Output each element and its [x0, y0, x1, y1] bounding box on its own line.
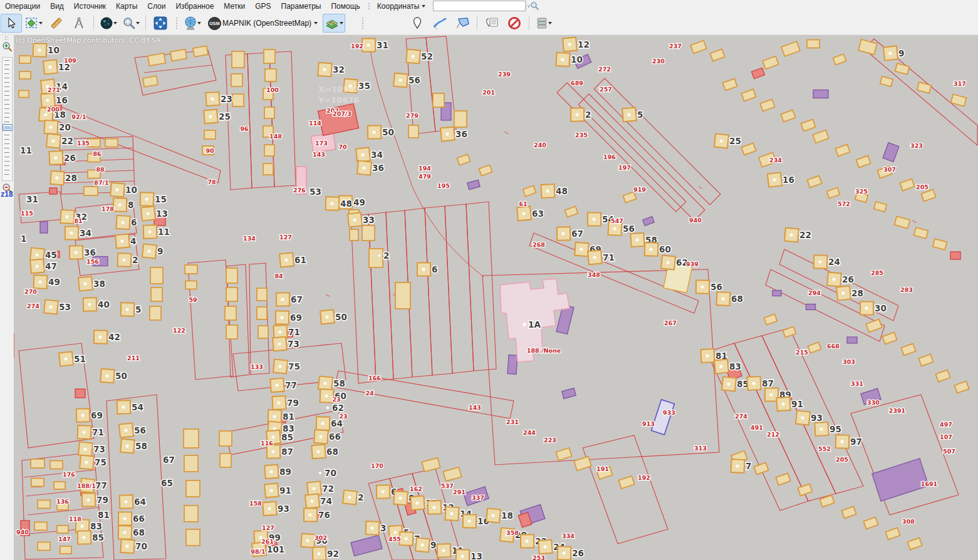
svg-text:53: 53 — [59, 302, 71, 312]
svg-text:9: 9 — [157, 246, 163, 256]
cache-storage-button[interactable] — [533, 14, 554, 33]
globe-source-button[interactable] — [182, 14, 203, 33]
svg-text:75: 75 — [95, 457, 107, 467]
hide-marks-button[interactable] — [504, 14, 525, 33]
svg-text:93: 93 — [278, 504, 289, 514]
svg-text:96: 96 — [240, 125, 249, 132]
svg-text:65: 65 — [161, 478, 173, 488]
svg-text:6: 6 — [432, 264, 437, 274]
chevron-down-icon — [113, 22, 117, 24]
placemark-manager-button[interactable] — [481, 14, 502, 33]
layers-selector[interactable] — [323, 14, 345, 33]
menu-item-7[interactable]: Метки — [219, 1, 250, 12]
menu-item-2[interactable]: Вид — [45, 1, 69, 12]
menu-item-1[interactable]: Операции — [0, 1, 45, 12]
svg-text:26: 26 — [572, 548, 584, 558]
search-input[interactable] — [434, 1, 526, 11]
svg-text:11: 11 — [20, 145, 32, 155]
svg-text:91: 91 — [791, 399, 803, 409]
svg-text:323: 323 — [910, 142, 923, 149]
menu-item-8[interactable]: GPS — [250, 1, 276, 12]
coordinates-dropdown[interactable]: Координаты — [373, 1, 430, 12]
svg-text:276: 276 — [293, 187, 306, 194]
svg-text:81: 81 — [74, 217, 82, 224]
svg-text:940: 940 — [689, 217, 702, 224]
svg-text:479: 479 — [419, 173, 431, 180]
svg-text:28: 28 — [851, 288, 863, 298]
menu-item-10[interactable]: Помощь — [326, 1, 365, 12]
chevron-down-icon — [340, 22, 343, 24]
svg-text:24: 24 — [365, 390, 374, 397]
svg-text:134: 134 — [243, 235, 256, 242]
map-canvas[interactable]: 1012141618202226281131132343638108642151… — [14, 34, 978, 560]
menu-item-5[interactable]: Слои — [142, 1, 170, 12]
rect-selection-tool[interactable] — [23, 14, 44, 33]
svg-text:48: 48 — [340, 199, 352, 209]
zoom-slider-ticks — [4, 60, 9, 178]
svg-text:200: 200 — [47, 106, 60, 113]
svg-text:16: 16 — [56, 95, 68, 105]
pan-cursor-tool[interactable] — [1, 14, 22, 33]
menu-item-6[interactable]: Избранное — [170, 1, 219, 12]
zoom-slider-handle[interactable] — [3, 124, 13, 131]
svg-text:71: 71 — [92, 427, 104, 437]
svg-text:50: 50 — [335, 312, 347, 322]
svg-text:50: 50 — [115, 371, 127, 381]
distance-calc-tool[interactable] — [68, 14, 90, 33]
svg-text:118: 118 — [69, 516, 81, 522]
svg-text:100: 100 — [266, 86, 279, 93]
svg-text:7: 7 — [746, 461, 751, 471]
svg-text:268: 268 — [533, 241, 545, 248]
svg-text:205: 205 — [836, 456, 848, 463]
svg-text:31: 31 — [377, 40, 388, 50]
svg-text:176: 176 — [63, 471, 75, 478]
svg-text:261: 261 — [261, 538, 274, 545]
svg-text:70: 70 — [135, 541, 147, 551]
toolbar: OSM MAPNIK (OpenStreetMap) — [0, 12, 978, 35]
svg-text:64: 64 — [331, 418, 343, 428]
svg-text:79: 79 — [287, 398, 299, 408]
menu-item-3[interactable]: Источник — [69, 1, 111, 12]
night-globe-icon — [100, 16, 113, 30]
svg-text:552: 552 — [818, 445, 831, 452]
svg-text:109: 109 — [64, 57, 76, 64]
svg-text:270: 270 — [24, 288, 37, 295]
zoom-tool[interactable] — [120, 14, 142, 33]
svg-text:95: 95 — [830, 424, 841, 434]
svg-text:13: 13 — [471, 551, 482, 560]
add-placemark-button[interactable] — [407, 14, 428, 33]
toolbar-separator — [477, 16, 477, 31]
svg-text:497: 497 — [940, 421, 952, 428]
zoom-slider[interactable] — [2, 57, 13, 181]
svg-text:244: 244 — [523, 429, 536, 436]
svg-text:56: 56 — [134, 425, 146, 435]
dark-globe-tool[interactable] — [98, 14, 119, 33]
coordinate-search-combo[interactable]: ˅ — [433, 1, 526, 11]
svg-text:69: 69 — [91, 410, 103, 420]
toolbar-separator — [93, 16, 94, 31]
svg-text:9: 9 — [430, 540, 436, 550]
svg-text:162: 162 — [410, 485, 422, 492]
svg-text:572: 572 — [838, 200, 850, 207]
svg-text:191: 191 — [596, 465, 609, 472]
add-path-button[interactable] — [429, 14, 450, 33]
toolbar-grip — [175, 16, 178, 30]
fullscreen-button[interactable] — [150, 14, 171, 33]
add-polygon-button[interactable] — [452, 14, 473, 33]
svg-text:4: 4 — [130, 236, 136, 246]
svg-text:6: 6 — [131, 217, 137, 227]
svg-text:91: 91 — [279, 485, 291, 495]
svg-text:36: 36 — [455, 129, 467, 139]
svg-text:147: 147 — [58, 536, 71, 542]
ruler-tool[interactable] — [46, 14, 67, 33]
map-source-selector[interactable]: OSM MAPNIK (OpenStreetMap) — [204, 14, 321, 33]
menu-item-4[interactable]: Карты — [111, 1, 142, 12]
zoom-in-button[interactable] — [1, 41, 13, 52]
menu-item-9[interactable]: Параметры — [276, 1, 326, 12]
map-viewport[interactable]: 1012141618202226281131132343638108642151… — [14, 34, 978, 560]
svg-text:211: 211 — [127, 355, 140, 361]
svg-text:58: 58 — [135, 441, 147, 451]
svg-text:66: 66 — [329, 432, 341, 442]
svg-text:70: 70 — [325, 468, 336, 478]
go-search-button[interactable] — [526, 0, 543, 13]
